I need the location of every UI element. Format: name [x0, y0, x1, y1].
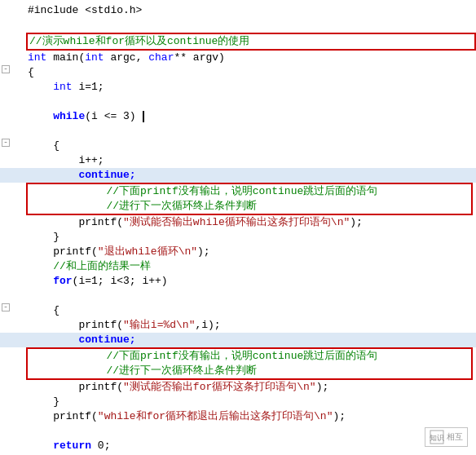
- code-line-29: [26, 424, 476, 439]
- code-line-28: printf("while和for循环都退出后输出这条打印语句\n");: [26, 409, 476, 424]
- line-7: [0, 95, 476, 109]
- code-line-22: printf("输出i=%d\n",i);: [26, 318, 476, 333]
- code-line-11: i++;: [26, 153, 476, 168]
- line-14: //进行下一次循环终止条件判断: [28, 199, 471, 214]
- code-line-2: [26, 18, 476, 33]
- line-8: while(i <= 3): [0, 109, 476, 124]
- line-23: continue;: [0, 333, 476, 347]
- svg-text:知识: 知识: [430, 434, 444, 443]
- line-12: continue;: [0, 168, 476, 183]
- line-28: printf("while和for循环都退出后输出这条打印语句\n");: [0, 409, 476, 424]
- line-17: printf("退出while循环\n");: [0, 245, 476, 259]
- line-6: int i=1;: [0, 80, 476, 95]
- code-line-17: printf("退出while循环\n");: [26, 245, 476, 259]
- code-line-23: continue;: [26, 333, 476, 347]
- code-line-18: //和上面的结果一样: [26, 259, 476, 274]
- line-29: [0, 424, 476, 439]
- code-line-10: {: [26, 139, 476, 153]
- code-line-14: //进行下一次循环终止条件判断: [54, 199, 471, 214]
- code-line-9: [26, 124, 476, 139]
- code-line-8: while(i <= 3): [26, 109, 476, 124]
- collapse-btn-2[interactable]: -: [2, 139, 10, 147]
- line-27: }: [0, 395, 476, 409]
- watermark-logo-icon: 知识: [430, 430, 444, 444]
- code-line-3: //演示while和for循环以及continue的使用: [26, 33, 476, 51]
- code-line-1: #include <stdio.h>: [26, 3, 476, 18]
- code-line-30: return 0;: [26, 439, 476, 453]
- line-18: //和上面的结果一样: [0, 259, 476, 274]
- line-30: return 0;: [0, 439, 476, 453]
- collapse-btn-1[interactable]: -: [2, 65, 10, 73]
- line-5: - {: [0, 65, 476, 80]
- code-line-20: [26, 289, 476, 303]
- line-20: [0, 289, 476, 303]
- text-cursor: [143, 111, 144, 122]
- line-15: printf("测试能否输出while循环输出这条打印语句\n");: [0, 215, 476, 230]
- line-13: //下面printf没有输出，说明continue跳过后面的语句: [28, 184, 471, 199]
- line-1: #include <stdio.h>: [0, 3, 476, 18]
- line-9: [0, 124, 476, 139]
- code-editor: #include <stdio.h> //演示while和for循环以及cont…: [0, 0, 476, 455]
- line-24: //下面printf没有输出，说明continue跳过后面的语句: [28, 349, 471, 364]
- line-3: //演示while和for循环以及continue的使用: [0, 33, 476, 51]
- line-2: [0, 18, 476, 33]
- line-25: //进行下一次循环终止条件判断: [28, 364, 471, 378]
- watermark-text: 相互: [447, 431, 463, 443]
- code-line-13: //下面printf没有输出，说明continue跳过后面的语句: [54, 184, 471, 199]
- code-line-7: [26, 95, 476, 109]
- code-line-26: printf("测试能否输出for循环这条打印语句\n");: [26, 380, 476, 395]
- code-line-4: int main(int argc, char** argv): [26, 51, 476, 65]
- line-11: i++;: [0, 153, 476, 168]
- line-26: printf("测试能否输出for循环这条打印语句\n");: [0, 380, 476, 395]
- highlight-box-2: //下面printf没有输出，说明continue跳过后面的语句 //进行下一次…: [26, 347, 473, 380]
- line-4: int main(int argc, char** argv): [0, 51, 476, 65]
- code-line-27: }: [26, 395, 476, 409]
- code-line-19: for(i=1; i<3; i++): [26, 274, 476, 289]
- line-10: - {: [0, 139, 476, 153]
- code-line-21: {: [26, 303, 476, 318]
- code-line-15: printf("测试能否输出while循环输出这条打印语句\n");: [26, 215, 476, 230]
- code-line-16: }: [26, 230, 476, 245]
- code-line-5: {: [26, 65, 476, 80]
- line-22: printf("输出i=%d\n",i);: [0, 318, 476, 333]
- line-19: for(i=1; i<3; i++): [0, 274, 476, 289]
- collapse-btn-3[interactable]: -: [2, 303, 10, 311]
- code-line-12: continue;: [26, 168, 476, 183]
- line-21: - {: [0, 303, 476, 318]
- code-line-25: //进行下一次循环终止条件判断: [54, 364, 471, 378]
- line-16: }: [0, 230, 476, 245]
- watermark: 知识 相互: [425, 427, 468, 447]
- code-line-6: int i=1;: [26, 80, 476, 95]
- code-line-24: //下面printf没有输出，说明continue跳过后面的语句: [54, 349, 471, 364]
- highlight-box-1: //下面printf没有输出，说明continue跳过后面的语句 //进行下一次…: [26, 183, 473, 215]
